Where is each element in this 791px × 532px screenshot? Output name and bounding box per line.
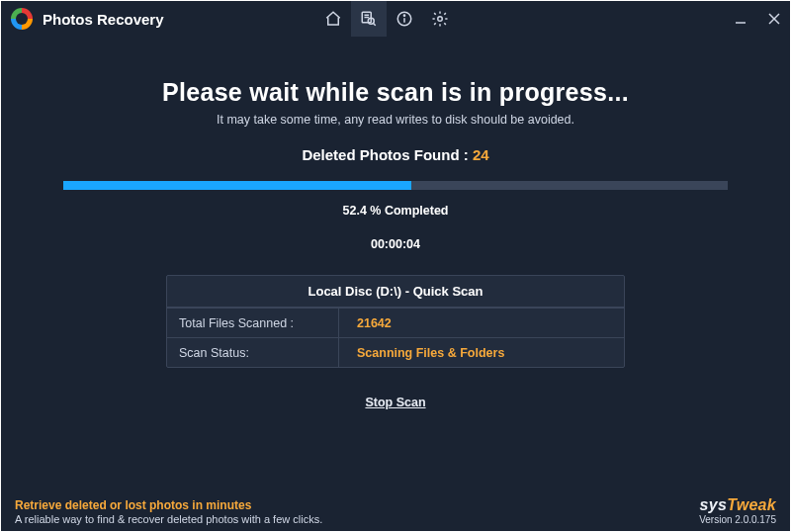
scan-search-icon[interactable] — [351, 1, 387, 37]
total-files-value: 21642 — [339, 316, 392, 330]
scan-status-label: Scan Status: — [167, 338, 339, 367]
progress-track — [63, 181, 728, 190]
total-files-label: Total Files Scanned : — [167, 309, 339, 337]
footer-left: Retrieve deleted or lost photos in minut… — [15, 498, 322, 525]
table-row: Total Files Scanned : 21642 — [167, 308, 624, 337]
deleted-found-row: Deleted Photos Found : 24 — [302, 146, 488, 163]
progress-bar — [63, 181, 728, 190]
minimize-icon[interactable] — [731, 9, 750, 29]
titlebar-nav — [315, 1, 458, 37]
deleted-found-count: 24 — [473, 146, 489, 163]
app-window: Photos Recovery Please wai — [1, 1, 790, 531]
main-content: Please wait while scan is in progress...… — [1, 37, 790, 531]
svg-line-4 — [374, 24, 376, 26]
deleted-found-label: Deleted Photos Found : — [302, 146, 473, 163]
svg-point-8 — [438, 17, 443, 22]
close-icon[interactable] — [764, 9, 784, 29]
progress-fill — [63, 181, 411, 190]
scan-details-panel: Local Disc (D:\) - Quick Scan Total File… — [166, 275, 625, 368]
scan-status-value: Scanning Files & Folders — [339, 346, 504, 360]
gear-icon[interactable] — [422, 1, 458, 37]
footer-right: sysTweak Version 2.0.0.175 — [699, 496, 776, 525]
home-icon[interactable] — [315, 1, 351, 37]
elapsed-time: 00:00:04 — [371, 237, 420, 251]
app-title: Photos Recovery — [43, 11, 164, 28]
footer-tagline: Retrieve deleted or lost photos in minut… — [15, 498, 322, 512]
svg-point-7 — [403, 15, 404, 16]
footer: Retrieve deleted or lost photos in minut… — [1, 484, 790, 531]
app-logo-icon — [11, 8, 33, 30]
scan-subhead: It may take some time, any read writes t… — [217, 113, 574, 127]
window-controls — [731, 1, 784, 37]
brand-part-a: sys — [700, 496, 728, 513]
stop-scan-link[interactable]: Stop Scan — [365, 396, 425, 409]
brand-part-b: Tweak — [727, 496, 776, 513]
footer-description: A reliable way to find & recover deleted… — [15, 513, 322, 525]
info-icon[interactable] — [387, 1, 422, 37]
version-label: Version 2.0.0.175 — [699, 514, 776, 525]
percent-completed: 52.4 % Completed — [343, 204, 449, 218]
table-row: Scan Status: Scanning Files & Folders — [167, 337, 624, 367]
titlebar: Photos Recovery — [1, 1, 790, 37]
brand-logo: sysTweak — [699, 496, 776, 514]
scan-details-title: Local Disc (D:\) - Quick Scan — [167, 276, 624, 308]
scan-headline: Please wait while scan is in progress... — [162, 78, 629, 107]
